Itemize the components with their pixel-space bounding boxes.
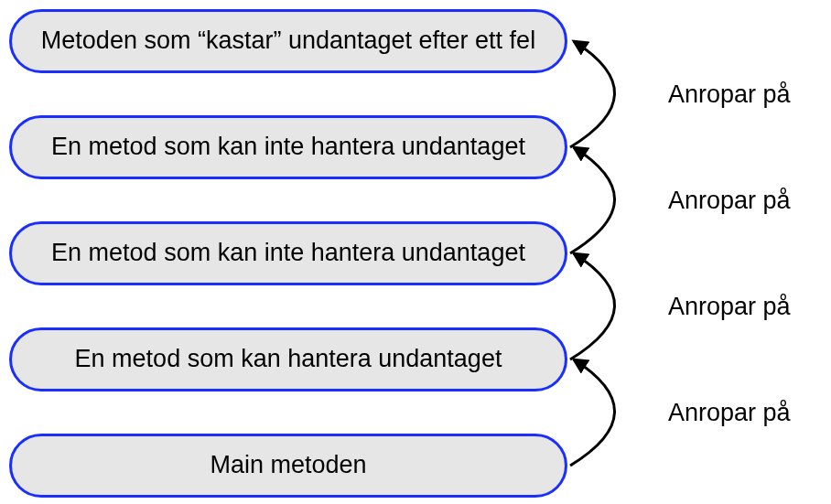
node-label: En metod som kan hantera undantaget xyxy=(75,345,502,373)
node-throws-exception: Metoden som “kastar” undantaget efter et… xyxy=(9,9,567,73)
arrow-label-3: Anropar på xyxy=(668,293,791,321)
call-arrow-3 xyxy=(570,253,615,359)
arrow-label-4: Anropar på xyxy=(668,399,791,427)
node-cannot-handle-1: En metod som kan inte hantera undantaget xyxy=(9,115,567,179)
node-label: Metoden som “kastar” undantaget efter et… xyxy=(41,27,535,55)
arrow-label-2: Anropar på xyxy=(668,187,791,215)
node-main: Main metoden xyxy=(9,434,567,498)
arrow-label-1: Anropar på xyxy=(668,80,791,109)
call-arrow-1 xyxy=(570,41,615,147)
diagram-canvas: Metoden som “kastar” undantaget efter et… xyxy=(0,0,831,504)
node-can-handle: En metod som kan hantera undantaget xyxy=(9,327,567,391)
node-cannot-handle-2: En metod som kan inte hantera undantaget xyxy=(9,221,567,285)
node-label: En metod som kan inte hantera undantaget xyxy=(51,133,525,161)
node-label: Main metoden xyxy=(210,451,366,479)
node-label: En metod som kan inte hantera undantaget xyxy=(51,239,525,267)
call-arrow-2 xyxy=(570,147,615,253)
call-arrow-4 xyxy=(570,359,615,466)
